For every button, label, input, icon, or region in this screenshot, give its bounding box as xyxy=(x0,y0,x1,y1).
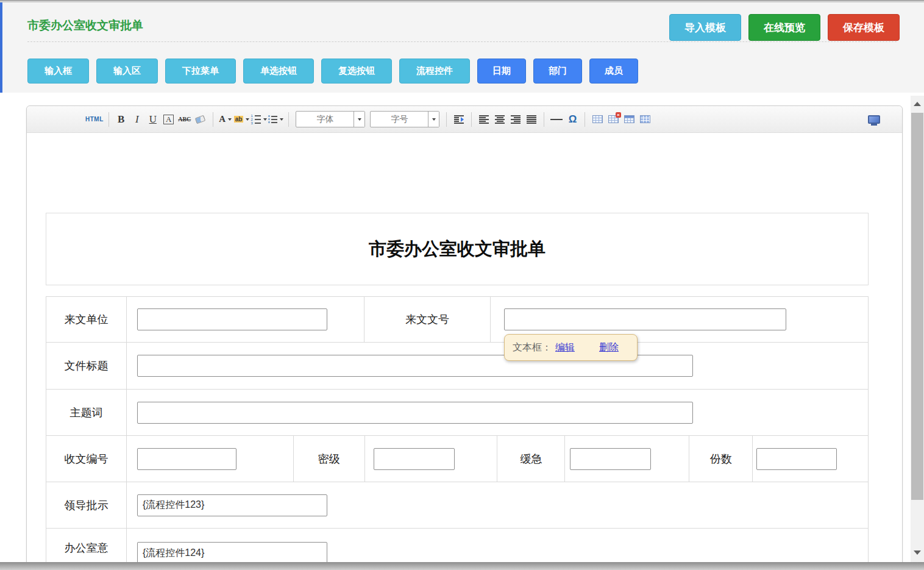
online-preview-button[interactable]: 在线预览 xyxy=(748,14,820,41)
align-right-icon[interactable] xyxy=(508,112,523,127)
copies-count-input[interactable] xyxy=(756,448,837,470)
indent-icon[interactable] xyxy=(452,112,466,127)
table-cell xyxy=(565,436,689,482)
toolbar-separator xyxy=(213,112,213,127)
widget-date-button[interactable]: 日期 xyxy=(477,59,526,84)
widget-dropdown-button[interactable]: 下拉菜单 xyxy=(165,59,236,84)
form-title-cell: 市委办公室收文审批单 xyxy=(46,213,869,285)
widget-textarea-button[interactable]: 输入区 xyxy=(96,59,158,84)
chevron-down-icon[interactable] xyxy=(354,112,364,127)
receipt-number-label: 收文编号 xyxy=(46,436,127,482)
vertical-scrollbar[interactable] xyxy=(911,96,924,562)
html-source-icon[interactable]: HTML xyxy=(85,112,104,127)
bold-icon[interactable]: B xyxy=(114,112,129,127)
ordered-list-icon[interactable]: 1 2 3 xyxy=(251,112,267,127)
form-title: 市委办公室收文审批单 xyxy=(369,237,546,262)
font-color-icon[interactable]: A xyxy=(218,112,233,127)
font-style-box-icon[interactable]: A xyxy=(163,115,174,124)
triangle-up-icon xyxy=(914,102,921,106)
scrollbar-thumb[interactable] xyxy=(911,113,923,500)
subject-words-label: 主题词 xyxy=(46,390,127,436)
insert-table-icon[interactable] xyxy=(590,112,605,127)
widget-radio-button[interactable]: 单选按钮 xyxy=(243,59,314,84)
subject-words-input[interactable] xyxy=(137,402,693,424)
fullscreen-monitor-icon[interactable] xyxy=(868,115,880,124)
left-accent-stripe xyxy=(0,2,2,93)
header: 市委办公室收文审批单 导入模板 在线预览 保存模板 输入框 输入区 下拉菜单 单… xyxy=(0,2,924,93)
rich-text-editor: HTML B I U A ABC A ab 1 2 3 字体 xyxy=(26,105,903,570)
table-row: 来文单位 来文文号 xyxy=(46,297,869,343)
incoming-doc-number-label: 来文文号 xyxy=(364,297,491,343)
window-bottom-edge xyxy=(0,562,924,570)
horizontal-rule-icon[interactable] xyxy=(549,112,564,127)
chevron-down-icon xyxy=(263,118,267,121)
leader-instructions-input[interactable] xyxy=(137,494,327,516)
font-family-select[interactable]: 字体 xyxy=(296,111,365,127)
import-template-button[interactable]: 导入模板 xyxy=(669,14,741,41)
chevron-down-icon xyxy=(280,118,283,121)
widget-checkbox-button[interactable]: 复选按钮 xyxy=(321,59,392,84)
incoming-unit-label: 来文单位 xyxy=(46,297,127,343)
chevron-down-icon xyxy=(246,118,249,121)
scroll-up-arrow[interactable] xyxy=(911,98,924,110)
delete-table-icon[interactable] xyxy=(606,112,620,127)
header-divider xyxy=(27,41,897,42)
widget-flow-control-button[interactable]: 流程控件 xyxy=(399,59,470,84)
italic-icon[interactable]: I xyxy=(130,112,144,127)
toolbar-separator xyxy=(288,112,289,127)
incoming-unit-input[interactable] xyxy=(137,308,327,330)
eraser-icon xyxy=(195,115,206,124)
incoming-doc-number-input[interactable] xyxy=(504,308,786,330)
document-title-label: 文件标题 xyxy=(46,343,127,390)
table-cell xyxy=(127,343,869,390)
urgency-label: 缓急 xyxy=(497,436,565,482)
table-cell xyxy=(753,436,869,482)
align-justify-icon[interactable] xyxy=(524,112,539,127)
align-left-icon[interactable] xyxy=(477,112,491,127)
toolbar-separator xyxy=(471,112,472,127)
editor-toolbar: HTML B I U A ABC A ab 1 2 3 字体 xyxy=(27,106,902,133)
toolbar-separator xyxy=(585,112,585,127)
office-opinion-input[interactable] xyxy=(137,542,327,564)
remove-format-eraser-icon[interactable] xyxy=(193,112,208,127)
highlight-color-icon[interactable]: ab xyxy=(234,112,250,127)
widget-type-label: 文本框： xyxy=(513,341,552,354)
strikethrough-icon[interactable]: ABC xyxy=(177,112,192,127)
scroll-down-arrow[interactable] xyxy=(911,546,924,558)
table-cell xyxy=(127,390,869,436)
form-table: 来文单位 来文文号 文件标题 主题词 xyxy=(46,296,869,570)
save-template-button[interactable]: 保存模板 xyxy=(828,14,900,41)
receipt-number-input[interactable] xyxy=(137,448,236,470)
widget-department-button[interactable]: 部门 xyxy=(533,59,582,84)
unordered-list-icon[interactable] xyxy=(268,112,283,127)
page-title: 市委办公室收文审批单 xyxy=(27,18,143,34)
table-cell xyxy=(127,482,869,529)
widget-button-row: 输入框 输入区 下拉菜单 单选按钮 复选按钮 流程控件 日期 部门 成员 xyxy=(27,59,638,84)
table-cell-properties-icon[interactable] xyxy=(638,112,652,127)
table-row: 收文编号 密级 缓急 份数 xyxy=(46,436,869,482)
edit-widget-link[interactable]: 编辑 xyxy=(555,341,575,354)
widget-member-button[interactable]: 成员 xyxy=(589,59,638,84)
underline-icon[interactable]: U xyxy=(146,112,160,127)
delete-widget-link[interactable]: 删除 xyxy=(599,341,619,354)
action-buttons: 导入模板 在线预览 保存模板 xyxy=(669,14,900,41)
widget-input-box-button[interactable]: 输入框 xyxy=(27,59,89,84)
copies-count-label: 份数 xyxy=(689,436,753,482)
table-row: 文件标题 xyxy=(46,343,869,390)
urgency-input[interactable] xyxy=(570,448,651,470)
font-size-select[interactable]: 字号 xyxy=(370,111,439,127)
table-cell xyxy=(127,436,294,482)
table-properties-icon[interactable] xyxy=(622,112,636,127)
textbox-widget-tooltip: 文本框： 编辑 删除 xyxy=(504,334,638,361)
secrecy-level-input[interactable] xyxy=(374,448,455,470)
chevron-down-icon xyxy=(228,118,232,121)
align-center-icon[interactable] xyxy=(492,112,507,127)
table-row: 领导批示 xyxy=(46,482,869,529)
special-character-icon[interactable]: Ω xyxy=(565,112,580,127)
table-row: 主题词 xyxy=(46,390,869,436)
secrecy-level-label: 密级 xyxy=(294,436,365,482)
chevron-down-icon[interactable] xyxy=(428,112,439,127)
editor-content-area[interactable]: 市委办公室收文审批单 来文单位 来文文号 文件标题 xyxy=(27,133,902,570)
triangle-down-icon xyxy=(914,550,921,555)
toolbar-separator xyxy=(446,112,447,127)
